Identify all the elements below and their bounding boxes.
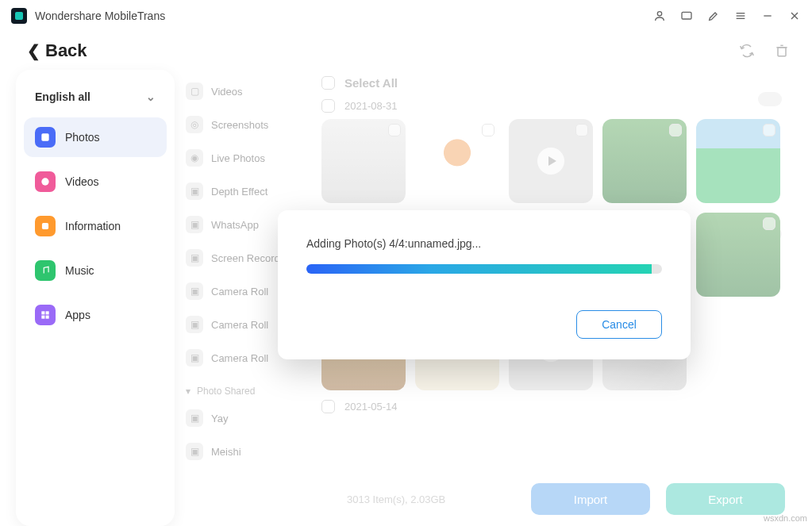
trash-icon[interactable] bbox=[774, 43, 790, 59]
folder-icon: ▣ bbox=[186, 316, 203, 333]
photo-thumbnail[interactable] bbox=[321, 119, 406, 203]
sub-item: ▢Videos bbox=[179, 75, 318, 108]
sidebar-item-label: Apps bbox=[65, 309, 90, 321]
cancel-button[interactable]: Cancel bbox=[576, 310, 662, 339]
svg-rect-15 bbox=[46, 311, 49, 314]
minimize-icon[interactable] bbox=[761, 10, 774, 22]
svg-rect-17 bbox=[46, 316, 49, 319]
close-icon[interactable] bbox=[788, 10, 801, 22]
caret-down-icon: ▾ bbox=[186, 386, 190, 397]
photo-thumbnail[interactable] bbox=[696, 119, 780, 203]
folder-icon: ▣ bbox=[186, 443, 203, 460]
group-checkbox[interactable] bbox=[321, 400, 335, 413]
thumb-checkbox[interactable] bbox=[388, 124, 401, 136]
progress-message: Adding Photo(s) 4/4:unnamed.jpg... bbox=[306, 237, 662, 250]
music-icon bbox=[35, 260, 56, 281]
export-button[interactable]: Export bbox=[666, 483, 785, 515]
group-checkbox[interactable] bbox=[321, 99, 335, 113]
sub-item: ▣Yay bbox=[179, 401, 318, 435]
account-icon[interactable] bbox=[653, 10, 666, 22]
back-label: Back bbox=[45, 40, 87, 61]
svg-rect-16 bbox=[41, 316, 44, 319]
video-icon: ▢ bbox=[186, 83, 203, 100]
thumb-checkbox[interactable] bbox=[482, 124, 495, 136]
import-button[interactable]: Import bbox=[531, 483, 650, 515]
app-title: Wondershare MobileTrans bbox=[35, 10, 165, 22]
apps-icon bbox=[35, 305, 56, 325]
sub-item: ▣Meishi bbox=[179, 435, 318, 468]
title-bar: Wondershare MobileTrans bbox=[0, 0, 812, 32]
whatsapp-icon: ▣ bbox=[186, 216, 203, 233]
depth-icon: ▣ bbox=[186, 182, 203, 200]
folder-icon: ▣ bbox=[186, 349, 203, 367]
information-icon bbox=[35, 216, 56, 236]
group-date-label: 2021-08-31 bbox=[344, 100, 398, 112]
menu-icon[interactable] bbox=[734, 10, 747, 22]
sub-item: ▣Depth Effect bbox=[179, 175, 318, 208]
select-all-row[interactable]: Select All bbox=[318, 70, 796, 96]
play-icon bbox=[509, 119, 593, 203]
sidebar-item-information[interactable]: Information bbox=[24, 206, 167, 246]
thumb-checkbox[interactable] bbox=[763, 124, 775, 136]
sidebar-header-label: English all bbox=[35, 90, 90, 103]
refresh-icon[interactable] bbox=[739, 43, 755, 59]
sub-item: ◉Live Photos bbox=[179, 141, 318, 175]
photo-thumbnail[interactable] bbox=[602, 119, 687, 203]
select-all-checkbox[interactable] bbox=[321, 76, 335, 90]
progress-dialog: Adding Photo(s) 4/4:unnamed.jpg... Cance… bbox=[278, 210, 691, 359]
sidebar-item-photos[interactable]: Photos bbox=[24, 117, 167, 157]
sidebar-item-videos[interactable]: Videos bbox=[24, 162, 167, 202]
sidebar-item-label: Information bbox=[65, 220, 121, 232]
sidebar: English all ⌄ Photos Videos Information … bbox=[16, 70, 175, 526]
livephoto-icon: ◉ bbox=[186, 149, 203, 167]
watermark: wsxdn.com bbox=[764, 513, 807, 523]
date-group[interactable]: 2021-05-14 bbox=[318, 397, 796, 420]
svg-rect-8 bbox=[778, 48, 786, 56]
photos-icon bbox=[35, 127, 56, 148]
shared-section[interactable]: ▾Photo Shared bbox=[179, 374, 318, 401]
message-icon[interactable] bbox=[680, 10, 693, 22]
group-date-label: 2021-05-14 bbox=[344, 401, 398, 413]
videos-icon bbox=[35, 171, 56, 192]
video-thumbnail[interactable] bbox=[509, 119, 593, 203]
edit-icon[interactable] bbox=[707, 10, 720, 22]
folder-icon: ▣ bbox=[186, 409, 203, 427]
svg-point-12 bbox=[41, 178, 48, 185]
date-group[interactable]: 2021-08-31 bbox=[318, 96, 796, 119]
svg-rect-11 bbox=[41, 133, 48, 140]
svg-rect-14 bbox=[41, 311, 44, 314]
select-all-label: Select All bbox=[344, 76, 398, 90]
chevron-left-icon: ❮ bbox=[27, 41, 40, 60]
photo-thumbnail[interactable] bbox=[696, 213, 780, 297]
svg-rect-1 bbox=[682, 12, 691, 19]
thumb-checkbox[interactable] bbox=[763, 217, 775, 230]
sidebar-header[interactable]: English all ⌄ bbox=[24, 84, 167, 117]
back-button[interactable]: ❮ Back bbox=[27, 40, 87, 61]
count-badge bbox=[758, 92, 782, 106]
folder-icon: ▣ bbox=[186, 282, 203, 300]
progress-bar bbox=[306, 264, 662, 274]
photo-thumbnail[interactable] bbox=[415, 119, 499, 203]
sidebar-item-label: Videos bbox=[65, 175, 99, 188]
svg-point-0 bbox=[657, 12, 661, 16]
content-footer: 3013 Item(s), 2.03GB Import Export bbox=[318, 483, 785, 515]
sidebar-item-label: Music bbox=[65, 264, 94, 277]
svg-rect-13 bbox=[42, 223, 48, 229]
back-row: ❮ Back bbox=[0, 32, 812, 70]
sub-item: ◎Screenshots bbox=[179, 108, 318, 141]
app-logo bbox=[11, 8, 27, 24]
sidebar-item-music[interactable]: Music bbox=[24, 251, 167, 290]
sidebar-item-apps[interactable]: Apps bbox=[24, 295, 167, 335]
chevron-down-icon: ⌄ bbox=[146, 90, 156, 103]
footer-summary: 3013 Item(s), 2.03GB bbox=[318, 493, 515, 505]
screenshot-icon: ◎ bbox=[186, 116, 203, 133]
thumb-checkbox[interactable] bbox=[669, 124, 682, 136]
sidebar-item-label: Photos bbox=[65, 131, 100, 144]
recorder-icon: ▣ bbox=[186, 249, 203, 267]
